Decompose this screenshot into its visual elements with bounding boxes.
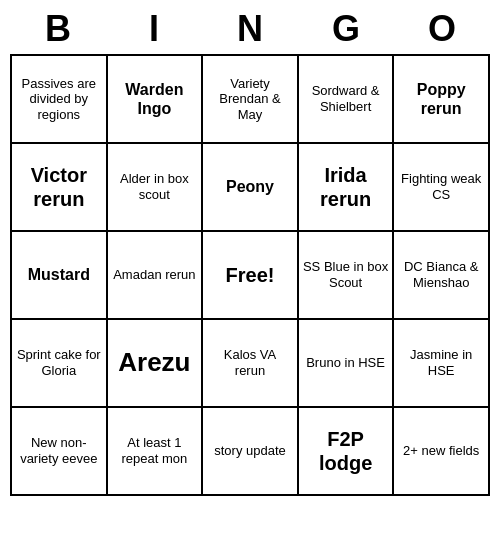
bingo-cell-11: Amadan rerun <box>108 232 204 320</box>
bingo-cell-1: Warden Ingo <box>108 56 204 144</box>
bingo-cell-14: DC Bianca & Mienshao <box>394 232 490 320</box>
bingo-cell-21: At least 1 repeat mon <box>108 408 204 496</box>
bingo-cell-4: Poppy rerun <box>394 56 490 144</box>
bingo-grid: Passives are divided by regionsWarden In… <box>10 54 490 496</box>
bingo-cell-23: F2P lodge <box>299 408 395 496</box>
bingo-cell-6: Alder in box scout <box>108 144 204 232</box>
bingo-cell-12: Free! <box>203 232 299 320</box>
bingo-letter-i: I <box>110 8 198 50</box>
bingo-cell-24: 2+ new fields <box>394 408 490 496</box>
bingo-cell-7: Peony <box>203 144 299 232</box>
bingo-letter-b: B <box>14 8 102 50</box>
bingo-cell-0: Passives are divided by regions <box>12 56 108 144</box>
bingo-letter-o: O <box>398 8 486 50</box>
bingo-cell-5: Victor rerun <box>12 144 108 232</box>
bingo-title: BINGO <box>10 0 490 54</box>
bingo-cell-17: Kalos VA rerun <box>203 320 299 408</box>
bingo-letter-g: G <box>302 8 390 50</box>
bingo-cell-3: Sordward & Shielbert <box>299 56 395 144</box>
bingo-cell-19: Jasmine in HSE <box>394 320 490 408</box>
bingo-cell-16: Arezu <box>108 320 204 408</box>
bingo-cell-8: Irida rerun <box>299 144 395 232</box>
bingo-cell-13: SS Blue in box Scout <box>299 232 395 320</box>
bingo-cell-20: New non-variety eevee <box>12 408 108 496</box>
bingo-cell-2: Variety Brendan & May <box>203 56 299 144</box>
bingo-cell-9: Fighting weak CS <box>394 144 490 232</box>
bingo-cell-15: Sprint cake for Gloria <box>12 320 108 408</box>
bingo-cell-18: Bruno in HSE <box>299 320 395 408</box>
bingo-cell-10: Mustard <box>12 232 108 320</box>
bingo-letter-n: N <box>206 8 294 50</box>
bingo-cell-22: story update <box>203 408 299 496</box>
